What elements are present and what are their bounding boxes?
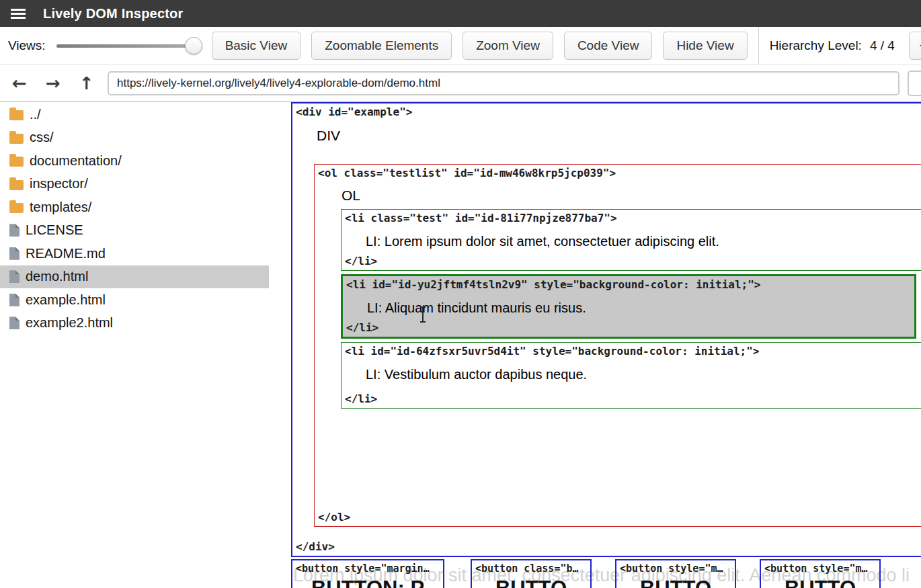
file-icon (9, 224, 19, 237)
basic-view-button[interactable]: Basic View (212, 32, 301, 60)
dom-box-button-2[interactable]: <button class="b… BUTTO (471, 559, 592, 588)
li-text: LI: Vestibulum auctor dapibus neque. (366, 367, 587, 382)
url-input[interactable] (108, 71, 899, 95)
ol-close-tag: </ol> (318, 511, 350, 523)
folder-icon (9, 134, 24, 144)
button-text: BUTTO (472, 577, 590, 588)
views-label: Views: (8, 38, 46, 53)
file-item-example-html[interactable]: example.html (0, 288, 269, 312)
file-item-parent-dir[interactable]: ../ (0, 103, 269, 126)
titlebar: Lively DOM Inspector (0, 0, 921, 27)
ol-label: OL (342, 187, 360, 204)
file-item-label: example.html (26, 292, 106, 308)
div-label: DIV (317, 128, 340, 144)
file-item-license[interactable]: LICENSE (0, 219, 269, 243)
views-toolbar: Views: Basic View Zoomable Elements Zoom… (0, 27, 921, 65)
file-item-label: example2.html (26, 315, 113, 331)
dom-box-li-3[interactable]: <li id="id-64zfsxr5uvr5d4it" style="back… (341, 342, 921, 409)
nav-edge-control[interactable] (908, 71, 921, 96)
window-title: Lively DOM Inspector (43, 6, 184, 22)
li-close-tag: </li> (346, 321, 378, 334)
button-open-tag: <button style="margin… (296, 562, 430, 575)
file-item-documentation[interactable]: documentation/ (0, 149, 269, 173)
li-open-tag: <li id="id-yu2jftmf4tsln2v9" style="back… (346, 278, 761, 291)
dom-box-button-4[interactable]: <button style="m… BUTTO (760, 559, 881, 588)
file-icon (9, 270, 19, 283)
file-item-label: README.md (26, 246, 106, 261)
text-cursor-icon (422, 307, 424, 322)
zoom-view-button[interactable]: Zoom View (463, 32, 553, 60)
hide-view-button[interactable]: Hide View (663, 32, 747, 60)
file-item-templates[interactable]: templates/ (0, 196, 269, 219)
ol-open-tag: <ol class="testlist" id="id-mw46w8krp5jc… (318, 167, 616, 179)
dom-box-div[interactable]: <div id="example"> DIV <ol class="testli… (291, 102, 921, 557)
views-slider[interactable] (56, 36, 201, 55)
lively-dom-inspector-window: Lively DOM Inspector Views: Basic View Z… (0, 0, 921, 588)
back-arrow-icon[interactable]: ← (7, 71, 32, 96)
folder-icon (9, 203, 24, 213)
li-close-tag: </li> (345, 392, 377, 405)
button-open-tag: <button style="m… (620, 562, 723, 575)
hamburger-menu-icon[interactable] (11, 9, 26, 19)
div-close-tag: </div> (296, 540, 335, 553)
views-slider-track[interactable] (56, 44, 201, 48)
folder-icon (9, 157, 24, 167)
file-browser: ../ css/ documentation/ inspector/ templ… (0, 102, 289, 588)
button-open-tag: <button class="b… (475, 562, 579, 575)
file-item-label: inspector/ (30, 176, 88, 192)
file-item-inspector[interactable]: inspector/ (0, 173, 269, 196)
button-open-tag: <button style="m… (764, 562, 868, 575)
li-text: LI: Lorem ipsum dolor sit amet, consecte… (366, 234, 719, 249)
code-view-button[interactable]: Code View (564, 32, 653, 60)
button-text: BUTTON: P (292, 577, 443, 588)
dom-box-button-3[interactable]: <button style="m… BUTTO (615, 559, 736, 588)
li-open-tag: <li class="test" id="id-81i77npjze877ba7… (345, 212, 617, 224)
hierarchy-level-value: 4 / 4 (870, 38, 895, 53)
file-item-demo-html[interactable]: demo.html (0, 265, 269, 289)
folder-icon (9, 180, 24, 190)
up-arrow-icon[interactable]: ↑ (74, 71, 99, 96)
file-item-label: ../ (30, 107, 41, 122)
hierarchy-level-label: Hierarchy Level: (770, 38, 862, 53)
views-slider-thumb[interactable] (185, 37, 202, 54)
file-item-label: LICENSE (26, 222, 83, 238)
file-item-css[interactable]: css/ (0, 126, 269, 150)
file-icon (9, 294, 19, 306)
file-icon (9, 317, 19, 329)
file-item-label: demo.html (26, 269, 88, 284)
hierarchy-decrease-button[interactable]: − (909, 32, 921, 60)
dom-visualization: Lorem ipsum dolor sit amet, consectetuer… (289, 102, 921, 588)
navigation-bar: ← → ↑ (0, 65, 921, 102)
button-text: BUTTO (616, 577, 735, 588)
file-item-label: templates/ (30, 200, 91, 215)
forward-arrow-icon[interactable]: → (40, 71, 66, 96)
file-item-label: css/ (30, 130, 54, 145)
file-item-example2-html[interactable]: example2.html (0, 312, 269, 335)
folder-icon (9, 110, 24, 120)
file-icon (9, 247, 19, 260)
toolbar-divider (758, 27, 759, 65)
dom-box-li-1[interactable]: <li class="test" id="id-81i77npjze877ba7… (341, 209, 921, 271)
content-area: ../ css/ documentation/ inspector/ templ… (0, 102, 921, 588)
file-item-label: documentation/ (30, 153, 122, 169)
li-open-tag: <li id="id-64zfsxr5uvr5d4it" style="back… (345, 345, 760, 358)
dom-box-ol[interactable]: <ol class="testlist" id="id-mw46w8krp5jc… (314, 164, 921, 527)
dom-box-li-2-highlighted[interactable]: <li id="id-yu2jftmf4tsln2v9" style="back… (341, 274, 916, 339)
div-open-tag: <div id="example"> (296, 106, 412, 118)
zoomable-elements-button[interactable]: Zoomable Elements (311, 32, 452, 60)
li-close-tag: </li> (345, 255, 377, 267)
li-text: LI: Aliquam tincidunt mauris eu risus. (367, 300, 586, 316)
dom-box-button-1[interactable]: <button style="margin… BUTTON: P (291, 559, 444, 588)
file-item-readme[interactable]: README.md (0, 242, 269, 265)
button-text: BUTTO (761, 577, 879, 588)
